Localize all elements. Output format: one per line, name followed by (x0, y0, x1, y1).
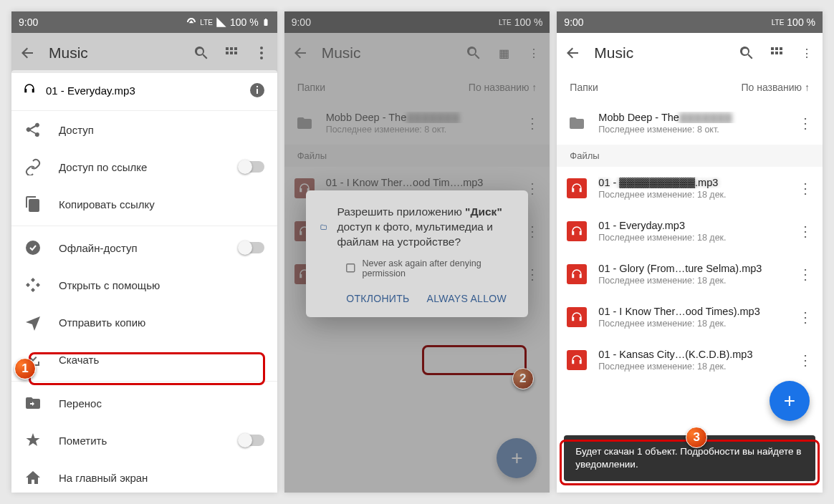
offline-icon (24, 239, 42, 256)
open-icon (24, 276, 42, 294)
status-bar: 9:00 LTE 100 % (11, 11, 277, 33)
file-row[interactable]: 01 - I Know Ther…ood Times).mp3Последнее… (557, 296, 823, 339)
sheet-item-move[interactable]: Перенос (11, 384, 277, 422)
file-row[interactable]: 01 - Glory (From…ture Selma).mp3Последне… (557, 253, 823, 296)
svg-rect-1 (257, 89, 258, 94)
file-row[interactable]: 01 - Kansas City…(K.C.D.B).mp3Последнее … (557, 339, 823, 382)
music-file-icon (567, 178, 587, 198)
svg-point-5 (260, 52, 263, 54)
deny-button[interactable]: ОТКЛОНИТЬ (339, 287, 416, 310)
music-file-icon (567, 264, 587, 284)
badge-1: 1 (14, 358, 36, 379)
overflow-icon[interactable]: ⋮ (798, 44, 815, 62)
share-icon (24, 121, 42, 138)
row-more-icon[interactable]: ⋮ (798, 180, 813, 197)
sheet-header: 01 - Everyday.mp3 (11, 70, 277, 111)
overflow-icon[interactable] (253, 44, 270, 62)
sheet-item-star[interactable]: Пометить (11, 422, 277, 459)
sheet-item-open[interactable]: Открыть с помощью (11, 266, 277, 304)
folder-icon (320, 205, 327, 250)
star-icon (24, 432, 42, 449)
grid-icon[interactable] (768, 44, 785, 62)
status-icons: LTE 100 % (186, 16, 269, 28)
svg-rect-7 (347, 264, 355, 272)
sheet-item-link[interactable]: Доступ по ссылке (11, 148, 277, 185)
status-time: 9:00 (19, 16, 38, 28)
music-file-icon (567, 350, 587, 370)
bottom-sheet: 01 - Everyday.mp3 ДоступДоступ по ссылке… (11, 70, 277, 493)
sheet-item-offline[interactable]: Офлайн-доступ (11, 229, 277, 266)
never-ask-checkbox[interactable]: Never ask again after denying permission (345, 258, 514, 278)
music-file-icon (23, 82, 36, 98)
file-row[interactable]: 01 - ▓▓▓▓▓▓▓▓▓▓.mp3Последнее изменение: … (557, 167, 823, 210)
row-more-icon[interactable]: ⋮ (798, 115, 813, 132)
sheet-filename: 01 - Everyday.mp3 (46, 84, 135, 97)
badge-2: 2 (512, 368, 534, 389)
status-bar: 9:00 LTE100 % (557, 11, 823, 33)
grid-icon[interactable] (223, 44, 240, 62)
svg-point-3 (26, 241, 40, 255)
search-icon[interactable] (193, 44, 210, 62)
back-icon[interactable] (564, 44, 581, 62)
sheet-item-copy[interactable]: Копировать ссылку (11, 185, 277, 223)
fab-add[interactable]: + (770, 381, 810, 421)
sheet-item-share[interactable]: Доступ (11, 111, 277, 148)
sheet-item-send[interactable]: Отправить копию (11, 304, 277, 341)
music-file-icon (567, 307, 587, 327)
phone-1: 9:00 LTE 100 % 01 - Everyday.mp3 ДоступД… (11, 11, 277, 493)
svg-point-4 (260, 47, 263, 49)
send-icon (24, 314, 42, 331)
music-file-icon (567, 221, 587, 241)
appbar: Music (11, 33, 277, 73)
row-more-icon[interactable]: ⋮ (798, 309, 813, 326)
back-icon[interactable] (19, 44, 36, 62)
search-icon[interactable] (738, 44, 755, 62)
file-row[interactable]: 01 - Everyday.mp3Последнее изменение: 18… (557, 210, 823, 253)
svg-rect-2 (257, 86, 258, 87)
row-more-icon[interactable]: ⋮ (798, 223, 813, 240)
home-icon (24, 469, 42, 486)
row-more-icon[interactable]: ⋮ (798, 352, 813, 369)
permission-dialog: Разрешить приложению "Диск" доступ к фот… (306, 190, 528, 317)
copy-icon (24, 195, 42, 213)
dialog-text: Разрешить приложению "Диск" доступ к фот… (337, 205, 514, 250)
link-icon (24, 158, 42, 175)
allow-button[interactable]: ALWAYS ALLOW (420, 287, 514, 310)
move-icon (24, 394, 42, 412)
toggle[interactable] (240, 435, 264, 446)
sheet-item-download[interactable]: Скачать (11, 341, 277, 378)
svg-point-6 (260, 57, 263, 59)
status-bar: 9:00 LTE100 % (284, 11, 550, 33)
toggle[interactable] (240, 161, 264, 173)
sheet-item-home[interactable]: На главный экран (11, 459, 277, 493)
phone-3: 9:00 LTE100 % Music ⋮ Папки По названию … (557, 11, 823, 493)
row-more-icon[interactable]: ⋮ (798, 266, 813, 283)
phone-2: 9:00 LTE100 % Music ▦ ⋮ Папки По названи… (284, 11, 550, 493)
appbar-title: Music (49, 44, 180, 62)
folder-row[interactable]: Mobb Deep - The▓▓▓▓▓▓▓Последнее изменени… (557, 102, 823, 145)
toggle[interactable] (240, 242, 264, 253)
folder-icon (567, 113, 587, 133)
info-icon[interactable] (249, 82, 266, 99)
